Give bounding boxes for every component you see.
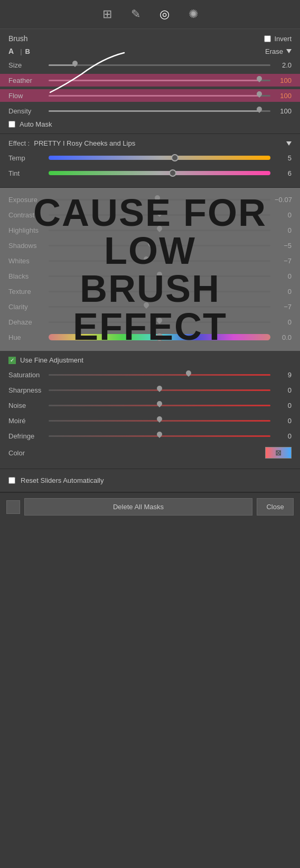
overlay-section: CAUSE FOR LOW BRUSH EFFECT Exposure −0.0… <box>0 188 300 351</box>
density-label: Density <box>8 107 44 115</box>
saturation-row: Saturation 9 <box>8 368 292 381</box>
flow-slider[interactable] <box>49 95 270 97</box>
hue-label: Hue <box>8 333 44 341</box>
sharpness-slider[interactable] <box>49 389 270 391</box>
density-slider[interactable] <box>49 110 270 112</box>
sharpness-value: 0 <box>275 386 292 394</box>
fine-section: ✓ Use Fine Adjustment Saturation 9 Sharp… <box>0 351 300 469</box>
auto-mask-label: Auto Mask <box>20 120 52 128</box>
whites-slider[interactable] <box>49 260 270 262</box>
sharpness-label: Sharpness <box>8 386 44 394</box>
exposure-slider[interactable] <box>49 199 270 201</box>
use-fine-checkbox[interactable]: ✓ <box>8 357 16 364</box>
blacks-slider[interactable] <box>49 275 270 277</box>
size-slider[interactable] <box>49 64 270 66</box>
contrast-value: 0 <box>275 211 292 219</box>
dehaze-row: Dehaze 0 <box>8 316 292 328</box>
texture-value: 0 <box>275 288 292 295</box>
flow-value: 100 <box>275 92 292 100</box>
feather-slider[interactable] <box>49 80 270 81</box>
brush-tab-b[interactable]: B <box>25 47 30 55</box>
redeye-icon[interactable]: ◎ <box>160 7 170 21</box>
auto-mask-checkbox[interactable] <box>8 121 15 128</box>
sharpness-row: Sharpness 0 <box>8 384 292 396</box>
hue-row: Hue 0.0 <box>8 331 292 344</box>
crop-icon[interactable]: ⊞ <box>102 7 112 21</box>
invert-label: Invert <box>274 35 292 43</box>
clarity-value: −7 <box>275 303 292 311</box>
feather-row: Feather 100 <box>0 74 300 87</box>
shadows-slider[interactable] <box>49 245 270 246</box>
moire-label: Moiré <box>8 417 44 425</box>
hue-value: 0.0 <box>275 333 292 341</box>
saturation-slider[interactable] <box>49 374 270 376</box>
shadows-value: −5 <box>275 242 292 250</box>
dehaze-label: Dehaze <box>8 318 44 326</box>
size-label: Size <box>8 61 44 69</box>
texture-slider[interactable] <box>49 291 270 292</box>
blacks-row: Blacks 0 <box>8 270 292 282</box>
exposure-value: −0.07 <box>275 196 292 204</box>
brush-tabs: A | B Erase <box>8 47 292 55</box>
clarity-row: Clarity −7 <box>8 300 292 313</box>
contrast-row: Contrast 0 <box>8 208 292 221</box>
texture-row: Texture 0 <box>8 285 292 298</box>
temp-row: Temp 5 <box>8 151 292 164</box>
color-row: Color ⊠ <box>8 445 292 461</box>
noise-slider[interactable] <box>49 405 270 406</box>
tint-row: Tint 6 <box>8 167 292 179</box>
hue-slider[interactable] <box>49 334 270 340</box>
fine-check-row: ✓ Use Fine Adjustment <box>8 356 292 364</box>
effect-dropdown-icon[interactable] <box>286 141 292 146</box>
density-row: Density 100 <box>8 104 292 117</box>
feather-label: Feather <box>8 77 44 84</box>
effect-header: Effect : PRETTY I Rosy Cheeks and Lips <box>8 139 292 147</box>
moire-row: Moiré 0 <box>8 414 292 427</box>
blacks-value: 0 <box>275 272 292 280</box>
erase-dropdown-icon <box>286 49 292 53</box>
clarity-slider[interactable] <box>49 306 270 308</box>
close-button[interactable]: Close <box>257 498 294 516</box>
tint-slider[interactable] <box>49 171 270 175</box>
temp-slider[interactable] <box>49 156 270 160</box>
shadows-row: Shadows −5 <box>8 239 292 252</box>
defringe-value: 0 <box>275 432 292 440</box>
whites-row: Whites −7 <box>8 254 292 267</box>
toolbar: ⊞ ✎ ◎ ✺ <box>0 0 300 29</box>
saturation-value: 9 <box>275 371 292 379</box>
blacks-label: Blacks <box>8 272 44 280</box>
clarity-label: Clarity <box>8 303 44 311</box>
contrast-slider[interactable] <box>49 214 270 216</box>
mask-icon <box>6 500 20 514</box>
reset-checkbox[interactable] <box>8 477 15 484</box>
invert-checkbox[interactable] <box>264 35 271 42</box>
erase-button[interactable]: Erase <box>265 47 292 55</box>
highlights-slider[interactable] <box>49 230 270 231</box>
delete-all-masks-button[interactable]: Delete All Masks <box>24 498 252 516</box>
effect-colon: Effect : <box>8 139 30 147</box>
radial-filter-icon[interactable]: ✺ <box>189 7 198 21</box>
texture-label: Texture <box>8 288 44 295</box>
defringe-slider[interactable] <box>49 435 270 437</box>
noise-row: Noise 0 <box>8 399 292 412</box>
exposure-row: Exposure −0.07 <box>8 193 292 206</box>
moire-slider[interactable] <box>49 420 270 422</box>
heal-icon[interactable]: ✎ <box>131 7 140 21</box>
noise-value: 0 <box>275 402 292 409</box>
brush-tab-a[interactable]: A <box>8 47 14 55</box>
dehaze-slider[interactable] <box>49 321 270 323</box>
color-patch[interactable]: ⊠ <box>265 447 292 459</box>
temp-label: Temp <box>8 154 44 162</box>
flow-label: Flow <box>8 92 44 100</box>
reset-label: Reset Sliders Automatically <box>21 476 104 484</box>
bottom-bar: Delete All Masks Close <box>0 492 300 521</box>
brush-label: Brush <box>8 34 28 43</box>
size-value: 2.0 <box>275 61 292 69</box>
contrast-label: Contrast <box>8 211 44 219</box>
whites-value: −7 <box>275 257 292 265</box>
reset-section: Reset Sliders Automatically <box>0 469 300 492</box>
flow-row: Flow 100 <box>0 89 300 102</box>
saturation-label: Saturation <box>8 371 44 379</box>
moire-value: 0 <box>275 417 292 425</box>
shadows-label: Shadows <box>8 242 44 250</box>
